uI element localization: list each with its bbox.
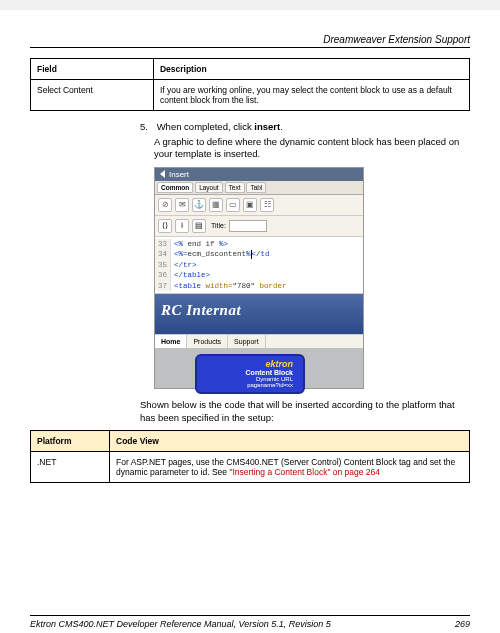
document-page: Dreamweaver Extension Support Field Desc… <box>0 10 500 633</box>
title-input[interactable] <box>229 220 267 232</box>
cell-codeview: For ASP.NET pages, use the CMS400.NET (S… <box>110 451 470 482</box>
cell-description: If you are working online, you may selec… <box>153 80 469 111</box>
table-header-codeview: Code View <box>110 430 470 451</box>
nav-products[interactable]: Products <box>187 335 228 348</box>
design-view-icon[interactable]: ▤ <box>192 219 206 233</box>
line-number: 34 <box>155 249 171 260</box>
preview-gray-area: ektron Content Block Dynamic URL pagenam… <box>155 348 363 388</box>
split-view-icon[interactable]: ⫲ <box>175 219 189 233</box>
panel-title: Insert <box>169 170 189 179</box>
preview-banner: RC Internat <box>155 294 363 334</box>
placeholder-brand: ektron <box>207 359 293 369</box>
paragraph-after-step: A graphic to define where the dynamic co… <box>154 136 470 161</box>
tab-text[interactable]: Text <box>225 182 245 193</box>
line-number: 36 <box>155 270 171 281</box>
insert-toolbar: ⊘ ✉ ⚓ ▦ ▭ ▣ ☷ <box>155 195 363 216</box>
title-label: Title: <box>211 222 226 229</box>
content-column: 5. When completed, click insert. A graph… <box>140 121 470 424</box>
panel-header: Insert <box>155 168 363 181</box>
line-number: 33 <box>155 239 171 250</box>
platform-code-table: Platform Code View .NET For ASP.NET page… <box>30 430 470 483</box>
step-5: 5. When completed, click insert. <box>140 121 470 132</box>
tab-common[interactable]: Common <box>157 182 193 193</box>
hyperlink-icon[interactable]: ⊘ <box>158 198 172 212</box>
anchor-icon[interactable]: ⚓ <box>192 198 206 212</box>
media-icon[interactable]: ▣ <box>243 198 257 212</box>
panel-tabs: Common Layout Text Tabl <box>155 181 363 195</box>
field-description-table: Field Description Select Content If you … <box>30 58 470 111</box>
table-header-platform: Platform <box>31 430 110 451</box>
collapse-triangle-icon <box>160 170 165 178</box>
cell-platform: .NET <box>31 451 110 482</box>
table-header-description: Description <box>153 59 469 80</box>
image-icon[interactable]: ▭ <box>226 198 240 212</box>
preview-navbar: Home Products Support <box>155 334 363 348</box>
embedded-screenshot: Insert Common Layout Text Tabl ⊘ ✉ ⚓ ▦ ▭… <box>154 167 364 390</box>
footer-manual-title: Ektron CMS400.NET Developer Reference Ma… <box>30 619 331 629</box>
line-number: 37 <box>155 281 171 292</box>
placeholder-title: Content Block <box>207 369 293 376</box>
tab-layout[interactable]: Layout <box>195 182 223 193</box>
paragraph-below-screenshot: Shown below is the code that will be ins… <box>140 399 470 424</box>
code-editor[interactable]: 33<% end if %> 34<%=ecm_dscontent%</td 3… <box>155 237 363 295</box>
nav-support[interactable]: Support <box>228 335 266 348</box>
page-footer: Ektron CMS400.NET Developer Reference Ma… <box>30 615 470 629</box>
line-number: 35 <box>155 260 171 271</box>
content-block-placeholder[interactable]: ektron Content Block Dynamic URL pagenam… <box>195 354 305 394</box>
table-row: .NET For ASP.NET pages, use the CMS400.N… <box>31 451 470 482</box>
table-header-field: Field <box>31 59 154 80</box>
tab-tables[interactable]: Tabl <box>246 182 266 193</box>
step-prefix: When completed, click <box>157 121 255 132</box>
header-divider <box>30 47 470 48</box>
cross-reference-link[interactable]: "Inserting a Content Block" on page 264 <box>229 467 380 477</box>
nav-home[interactable]: Home <box>155 335 187 348</box>
code-view-icon[interactable]: ⟨⟩ <box>158 219 172 233</box>
step-number: 5. <box>140 121 154 132</box>
footer-page-number: 269 <box>455 619 470 629</box>
running-header: Dreamweaver Extension Support <box>30 34 470 45</box>
document-toolbar: ⟨⟩ ⫲ ▤ Title: <box>155 216 363 237</box>
table-icon[interactable]: ▦ <box>209 198 223 212</box>
step-suffix: . <box>280 121 283 132</box>
cell-field: Select Content <box>31 80 154 111</box>
step-text: When completed, click insert. <box>157 121 283 132</box>
step-bold: insert <box>254 121 280 132</box>
table-row: Select Content If you are working online… <box>31 80 470 111</box>
date-icon[interactable]: ☷ <box>260 198 274 212</box>
footer-divider <box>30 615 470 616</box>
placeholder-sub2: pagename?id=xx <box>207 382 293 388</box>
email-icon[interactable]: ✉ <box>175 198 189 212</box>
